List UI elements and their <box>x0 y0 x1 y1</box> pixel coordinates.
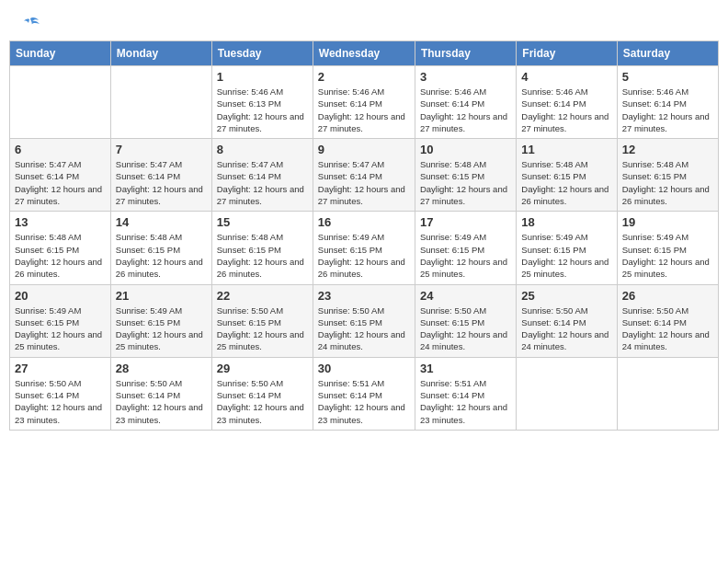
calendar-cell: 1Sunrise: 5:46 AM Sunset: 6:13 PM Daylig… <box>211 66 313 139</box>
day-number: 13 <box>15 215 106 229</box>
day-info: Sunrise: 5:51 AM Sunset: 6:14 PM Dayligh… <box>318 377 410 426</box>
calendar-cell: 30Sunrise: 5:51 AM Sunset: 6:14 PM Dayli… <box>313 357 415 430</box>
day-number: 12 <box>622 143 713 156</box>
day-info: Sunrise: 5:48 AM Sunset: 6:15 PM Dayligh… <box>521 158 611 207</box>
day-info: Sunrise: 5:48 AM Sunset: 6:15 PM Dayligh… <box>622 158 713 207</box>
logo <box>18 17 40 31</box>
day-info: Sunrise: 5:46 AM Sunset: 6:13 PM Dayligh… <box>217 86 308 134</box>
day-info: Sunrise: 5:46 AM Sunset: 6:14 PM Dayligh… <box>318 86 410 134</box>
day-number: 17 <box>420 215 511 229</box>
day-info: Sunrise: 5:47 AM Sunset: 6:14 PM Dayligh… <box>15 158 106 207</box>
calendar-cell: 23Sunrise: 5:50 AM Sunset: 6:15 PM Dayli… <box>313 284 415 357</box>
calendar-cell: 27Sunrise: 5:50 AM Sunset: 6:14 PM Dayli… <box>10 357 111 430</box>
day-info: Sunrise: 5:50 AM Sunset: 6:15 PM Dayligh… <box>420 304 511 353</box>
day-number: 20 <box>15 289 106 303</box>
day-number: 1 <box>217 70 308 84</box>
calendar-week-5: 27Sunrise: 5:50 AM Sunset: 6:14 PM Dayli… <box>10 357 719 430</box>
day-number: 5 <box>622 70 713 84</box>
day-info: Sunrise: 5:47 AM Sunset: 6:14 PM Dayligh… <box>217 158 308 207</box>
calendar-cell: 2Sunrise: 5:46 AM Sunset: 6:14 PM Daylig… <box>313 66 415 139</box>
calendar-cell: 12Sunrise: 5:48 AM Sunset: 6:15 PM Dayli… <box>617 139 718 212</box>
day-number: 8 <box>217 143 308 156</box>
column-header-thursday: Thursday <box>415 41 516 66</box>
day-info: Sunrise: 5:49 AM Sunset: 6:15 PM Dayligh… <box>15 304 106 353</box>
calendar-cell: 14Sunrise: 5:48 AM Sunset: 6:15 PM Dayli… <box>110 212 211 284</box>
day-number: 15 <box>217 215 308 229</box>
calendar-cell: 28Sunrise: 5:50 AM Sunset: 6:14 PM Dayli… <box>110 357 211 430</box>
column-header-friday: Friday <box>517 41 617 66</box>
column-header-tuesday: Tuesday <box>211 41 313 66</box>
day-number: 30 <box>318 362 410 375</box>
calendar-cell: 24Sunrise: 5:50 AM Sunset: 6:15 PM Dayli… <box>415 284 516 357</box>
day-number: 19 <box>622 215 713 229</box>
calendar-cell: 31Sunrise: 5:51 AM Sunset: 6:14 PM Dayli… <box>415 357 516 430</box>
day-number: 6 <box>15 143 106 156</box>
calendar-week-2: 6Sunrise: 5:47 AM Sunset: 6:14 PM Daylig… <box>10 139 719 212</box>
day-number: 31 <box>420 362 511 375</box>
day-info: Sunrise: 5:50 AM Sunset: 6:15 PM Dayligh… <box>217 304 308 353</box>
day-info: Sunrise: 5:48 AM Sunset: 6:15 PM Dayligh… <box>116 231 207 280</box>
day-number: 27 <box>15 362 106 375</box>
calendar-cell: 11Sunrise: 5:48 AM Sunset: 6:15 PM Dayli… <box>517 139 617 212</box>
calendar-cell: 29Sunrise: 5:50 AM Sunset: 6:14 PM Dayli… <box>211 357 313 430</box>
day-number: 10 <box>420 143 511 156</box>
column-header-monday: Monday <box>110 41 211 66</box>
day-number: 18 <box>521 215 611 229</box>
calendar-cell: 9Sunrise: 5:47 AM Sunset: 6:14 PM Daylig… <box>313 139 415 212</box>
calendar-cell: 19Sunrise: 5:49 AM Sunset: 6:15 PM Dayli… <box>617 212 718 284</box>
day-number: 23 <box>318 289 410 303</box>
day-info: Sunrise: 5:48 AM Sunset: 6:15 PM Dayligh… <box>217 231 308 280</box>
calendar-cell <box>517 357 617 430</box>
day-info: Sunrise: 5:47 AM Sunset: 6:14 PM Dayligh… <box>318 158 410 207</box>
calendar-cell: 17Sunrise: 5:49 AM Sunset: 6:15 PM Dayli… <box>415 212 516 284</box>
day-number: 2 <box>318 70 410 84</box>
calendar-week-1: 1Sunrise: 5:46 AM Sunset: 6:13 PM Daylig… <box>10 66 719 139</box>
calendar-cell: 13Sunrise: 5:48 AM Sunset: 6:15 PM Dayli… <box>10 212 111 284</box>
day-number: 9 <box>318 143 410 156</box>
logo-bird-icon <box>20 17 40 33</box>
calendar-cell: 21Sunrise: 5:49 AM Sunset: 6:15 PM Dayli… <box>110 284 211 357</box>
day-info: Sunrise: 5:48 AM Sunset: 6:15 PM Dayligh… <box>15 231 106 280</box>
calendar-header-row: SundayMondayTuesdayWednesdayThursdayFrid… <box>10 41 719 66</box>
day-info: Sunrise: 5:46 AM Sunset: 6:14 PM Dayligh… <box>622 86 713 134</box>
calendar-cell: 16Sunrise: 5:49 AM Sunset: 6:15 PM Dayli… <box>313 212 415 284</box>
calendar-cell <box>110 66 211 139</box>
calendar-cell: 18Sunrise: 5:49 AM Sunset: 6:15 PM Dayli… <box>517 212 617 284</box>
calendar-cell: 7Sunrise: 5:47 AM Sunset: 6:14 PM Daylig… <box>110 139 211 212</box>
day-info: Sunrise: 5:49 AM Sunset: 6:15 PM Dayligh… <box>622 231 713 280</box>
calendar-cell: 5Sunrise: 5:46 AM Sunset: 6:14 PM Daylig… <box>617 66 718 139</box>
day-info: Sunrise: 5:47 AM Sunset: 6:14 PM Dayligh… <box>116 158 207 207</box>
day-number: 24 <box>420 289 511 303</box>
calendar-cell: 26Sunrise: 5:50 AM Sunset: 6:14 PM Dayli… <box>617 284 718 357</box>
day-info: Sunrise: 5:51 AM Sunset: 6:14 PM Dayligh… <box>420 377 511 426</box>
calendar-cell: 8Sunrise: 5:47 AM Sunset: 6:14 PM Daylig… <box>211 139 313 212</box>
day-number: 26 <box>622 289 713 303</box>
calendar-table: SundayMondayTuesdayWednesdayThursdayFrid… <box>9 40 719 431</box>
day-number: 16 <box>318 215 410 229</box>
day-number: 4 <box>521 70 611 84</box>
calendar-week-4: 20Sunrise: 5:49 AM Sunset: 6:15 PM Dayli… <box>10 284 719 357</box>
calendar-cell: 22Sunrise: 5:50 AM Sunset: 6:15 PM Dayli… <box>211 284 313 357</box>
day-info: Sunrise: 5:50 AM Sunset: 6:14 PM Dayligh… <box>15 377 106 426</box>
calendar-cell <box>617 357 718 430</box>
day-info: Sunrise: 5:49 AM Sunset: 6:15 PM Dayligh… <box>521 231 611 280</box>
day-info: Sunrise: 5:50 AM Sunset: 6:14 PM Dayligh… <box>217 377 308 426</box>
day-info: Sunrise: 5:49 AM Sunset: 6:15 PM Dayligh… <box>116 304 207 353</box>
day-info: Sunrise: 5:48 AM Sunset: 6:15 PM Dayligh… <box>420 158 511 207</box>
page-header <box>9 9 719 35</box>
calendar-cell: 25Sunrise: 5:50 AM Sunset: 6:14 PM Dayli… <box>517 284 617 357</box>
day-info: Sunrise: 5:50 AM Sunset: 6:14 PM Dayligh… <box>116 377 207 426</box>
day-number: 3 <box>420 70 511 84</box>
day-info: Sunrise: 5:46 AM Sunset: 6:14 PM Dayligh… <box>521 86 611 134</box>
day-info: Sunrise: 5:50 AM Sunset: 6:14 PM Dayligh… <box>622 304 713 353</box>
day-info: Sunrise: 5:49 AM Sunset: 6:15 PM Dayligh… <box>318 231 410 280</box>
column-header-sunday: Sunday <box>10 41 111 66</box>
day-number: 25 <box>521 289 611 303</box>
calendar-cell: 20Sunrise: 5:49 AM Sunset: 6:15 PM Dayli… <box>10 284 111 357</box>
day-number: 29 <box>217 362 308 375</box>
day-info: Sunrise: 5:50 AM Sunset: 6:14 PM Dayligh… <box>521 304 611 353</box>
day-number: 21 <box>116 289 207 303</box>
day-info: Sunrise: 5:50 AM Sunset: 6:15 PM Dayligh… <box>318 304 410 353</box>
day-number: 28 <box>116 362 207 375</box>
day-number: 14 <box>116 215 207 229</box>
